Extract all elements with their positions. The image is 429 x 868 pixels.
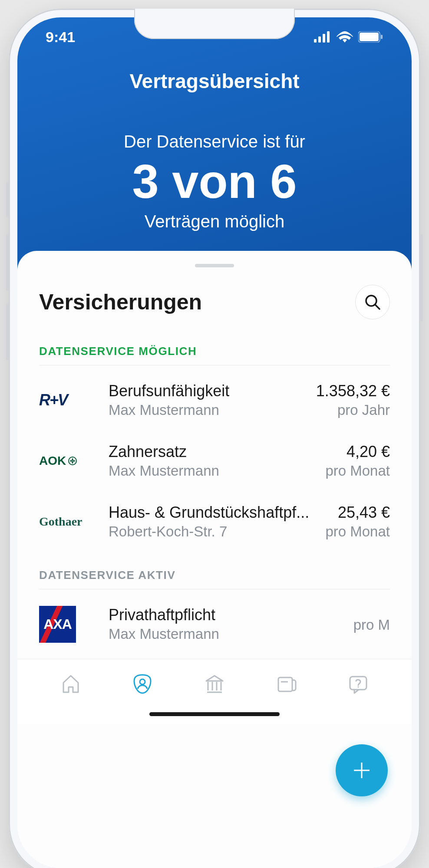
plus-icon [350, 758, 374, 783]
side-button [6, 182, 9, 217]
item-amount: 1.358,32 € [316, 382, 390, 400]
item-period: pro Jahr [316, 402, 390, 418]
list: R+V Berufsunfähigkeit Max Mustermann 1.3… [17, 365, 412, 556]
home-indicator[interactable] [149, 712, 280, 716]
item-price: 4,20 € pro Monat [325, 443, 390, 479]
sheet-header: Versicherungen [17, 280, 412, 332]
tab-help[interactable] [343, 669, 373, 699]
svg-rect-13 [278, 677, 292, 691]
provider-logo: AXA [39, 607, 96, 641]
gothaer-logo: Gothaer [39, 515, 82, 529]
profile-icon [132, 673, 153, 695]
svg-rect-0 [314, 39, 317, 43]
item-main: Zahnersatz Max Mustermann [109, 443, 312, 479]
tab-bar [17, 659, 412, 724]
item-price: 1.358,32 € pro Jahr [316, 382, 390, 418]
item-sub: Robert-Koch-Str. 7 [109, 523, 312, 540]
wifi-icon [337, 31, 353, 43]
svg-rect-3 [327, 31, 330, 43]
bank-icon [204, 673, 225, 695]
item-period: pro Monat [325, 463, 390, 479]
sheet-title: Versicherungen [39, 289, 202, 315]
svg-rect-6 [381, 35, 383, 39]
side-button [6, 304, 9, 360]
tab-card[interactable] [271, 669, 302, 699]
header-line2: Verträgen möglich [39, 212, 390, 231]
provider-logo: R+V [39, 383, 96, 418]
item-title: Zahnersatz [109, 443, 312, 461]
item-period: pro M [353, 617, 390, 633]
svg-rect-1 [318, 36, 321, 43]
list-item[interactable]: R+V Berufsunfähigkeit Max Mustermann 1.3… [17, 370, 412, 431]
content-sheet: Versicherungen DATENSERVICE MÖGLICH R+V … [17, 251, 412, 868]
svg-point-12 [140, 679, 145, 684]
tab-profile[interactable] [127, 669, 158, 699]
aok-logo: AOK [39, 454, 77, 468]
tab-bank[interactable] [199, 669, 230, 699]
item-title: Berufsunfähigkeit [109, 382, 303, 400]
item-main: Privathaftpflicht Max Mustermann [109, 606, 340, 642]
item-title: Privathaftpflicht [109, 606, 340, 624]
list-item[interactable]: AOK Zahnersatz Max Mustermann 4,20 € pro… [17, 431, 412, 491]
drag-handle[interactable] [195, 264, 234, 267]
battery-icon [358, 31, 383, 43]
notch [134, 9, 295, 39]
card-icon [276, 673, 297, 695]
provider-logo: Gothaer [39, 504, 96, 539]
list: AXA Privathaftpflicht Max Mustermann pro… [17, 589, 412, 659]
search-icon [364, 293, 381, 311]
list-item[interactable]: AXA Privathaftpflicht Max Mustermann pro… [17, 594, 412, 654]
page-title: Vertragsübersicht [39, 69, 390, 93]
item-price: 25,43 € pro Monat [325, 503, 390, 540]
item-amount: 25,43 € [325, 503, 390, 522]
provider-logo: AOK [39, 444, 96, 478]
cellular-icon [314, 31, 331, 43]
item-price: pro M [353, 615, 390, 633]
item-sub: Max Mustermann [109, 626, 340, 642]
svg-rect-5 [360, 33, 379, 41]
item-period: pro Monat [325, 523, 390, 540]
item-main: Haus- & Grundstückshaftpf... Robert-Koch… [109, 503, 312, 540]
home-icon [60, 673, 82, 695]
item-amount: 4,20 € [325, 443, 390, 461]
axa-logo: AXA [39, 606, 76, 643]
item-title: Haus- & Grundstückshaftpf... [109, 503, 312, 522]
side-button [420, 234, 423, 321]
status-time: 9:41 [46, 29, 75, 46]
side-button [6, 234, 9, 291]
phone-frame: 9:41 Vertragsübersicht Der Datenservice … [9, 9, 420, 868]
status-icons [314, 31, 383, 43]
svg-rect-2 [323, 34, 325, 43]
list-item[interactable]: Gothaer Haus- & Grundstückshaftpf... Rob… [17, 491, 412, 552]
add-button[interactable] [336, 744, 388, 796]
tab-home[interactable] [56, 669, 86, 699]
item-sub: Max Mustermann [109, 463, 312, 479]
item-main: Berufsunfähigkeit Max Mustermann [109, 382, 303, 418]
item-sub: Max Mustermann [109, 402, 303, 418]
header-line1: Der Datenservice ist für [39, 132, 390, 151]
section-label: DATENSERVICE MÖGLICH [39, 332, 390, 365]
svg-point-16 [358, 687, 359, 688]
svg-line-8 [375, 305, 380, 309]
rv-logo: R+V [39, 391, 67, 409]
header-count: 3 von 6 [39, 155, 390, 207]
search-button[interactable] [355, 285, 390, 319]
section-label: DATENSERVICE AKTIV [39, 556, 390, 589]
help-icon [347, 673, 369, 695]
screen: 9:41 Vertragsübersicht Der Datenservice … [17, 17, 412, 868]
